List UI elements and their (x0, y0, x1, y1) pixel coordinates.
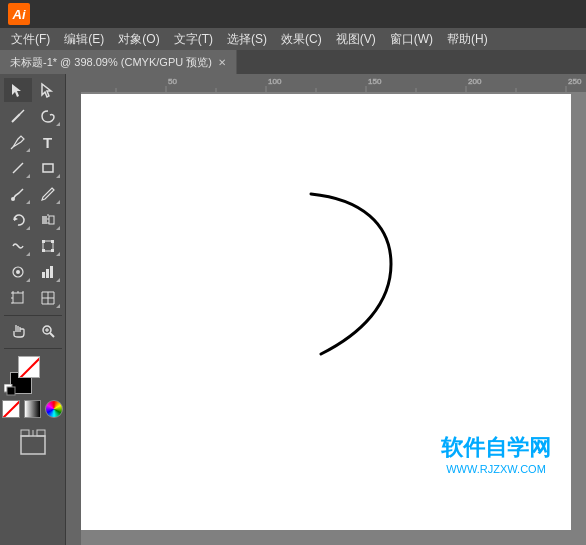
main-area: T (0, 74, 586, 545)
color-mode-button[interactable] (24, 400, 42, 418)
svg-line-4 (22, 110, 24, 112)
gradient-mode-button[interactable] (45, 400, 63, 418)
magic-wand-tool[interactable] (4, 104, 32, 128)
menu-item-t[interactable]: 文字(T) (167, 29, 220, 50)
watermark: 软件自学网 WWW.RJZXW.COM (441, 433, 551, 475)
svg-text:200: 200 (468, 77, 482, 86)
menu-item-w[interactable]: 窗口(W) (383, 29, 440, 50)
pen-tool[interactable] (4, 130, 32, 154)
text-tool[interactable]: T (34, 130, 62, 154)
paintbrush-tool[interactable] (4, 182, 32, 206)
svg-point-19 (16, 270, 20, 274)
direct-selection-tool[interactable] (34, 78, 62, 102)
svg-line-2 (12, 114, 20, 122)
menu-item-v[interactable]: 视图(V) (329, 29, 383, 50)
menu-item-h[interactable]: 帮助(H) (440, 29, 495, 50)
menu-item-e[interactable]: 编辑(E) (57, 29, 111, 50)
ai-logo-text: Ai (13, 7, 26, 22)
svg-line-40 (3, 400, 19, 418)
menu-item-o[interactable]: 对象(O) (111, 29, 166, 50)
svg-line-37 (19, 357, 40, 378)
svg-marker-9 (14, 217, 18, 221)
rotate-tool[interactable] (4, 208, 32, 232)
svg-rect-63 (66, 74, 81, 545)
watermark-sub-text: WWW.RJZXW.COM (441, 463, 551, 475)
svg-rect-45 (66, 74, 586, 92)
svg-rect-22 (50, 266, 53, 278)
svg-rect-16 (42, 249, 45, 252)
toolbar: T (0, 74, 66, 545)
tab-close-button[interactable]: ✕ (218, 57, 226, 68)
svg-rect-42 (21, 430, 29, 436)
tool-row-5 (2, 182, 63, 206)
svg-text:150: 150 (368, 77, 382, 86)
default-colors-icon[interactable] (4, 384, 16, 396)
svg-rect-10 (42, 216, 47, 224)
canvas-area: 0 50 100 150 200 250 (66, 74, 586, 545)
svg-rect-7 (43, 164, 53, 172)
color-swatch-area (4, 354, 62, 396)
fill-color-swatch[interactable] (18, 356, 40, 378)
svg-rect-17 (51, 249, 54, 252)
watermark-main-text: 软件自学网 (441, 433, 551, 463)
tool-row-1 (2, 78, 63, 102)
artboard-tool[interactable] (4, 286, 32, 310)
tool-row-8 (2, 260, 63, 284)
svg-line-6 (13, 163, 23, 173)
menu-item-f[interactable]: 文件(F) (4, 29, 57, 50)
ruler-horizontal: 0 50 100 150 200 250 (66, 74, 586, 92)
svg-rect-23 (13, 293, 23, 303)
tool-separator (4, 315, 62, 316)
svg-point-8 (11, 197, 15, 201)
tool-row-6 (2, 208, 63, 232)
graph-tool[interactable] (34, 260, 62, 284)
warp-tool[interactable] (4, 234, 32, 258)
svg-rect-43 (37, 430, 45, 436)
svg-rect-39 (7, 387, 15, 395)
menu-item-s[interactable]: 选择(S) (220, 29, 274, 50)
svg-text:50: 50 (168, 77, 177, 86)
reflect-tool[interactable] (34, 208, 62, 232)
app-logo: Ai (8, 3, 30, 25)
svg-line-5 (11, 147, 13, 149)
svg-line-34 (50, 333, 54, 337)
pencil-tool[interactable] (34, 182, 62, 206)
tool-row-9 (2, 286, 63, 310)
svg-marker-0 (12, 84, 21, 97)
svg-rect-15 (51, 240, 54, 243)
document-tab[interactable]: 未标题-1* @ 398.09% (CMYK/GPU 预览) ✕ (0, 50, 237, 74)
svg-marker-1 (42, 84, 51, 97)
symbol-tool[interactable] (4, 260, 32, 284)
tool-row-4 (2, 156, 63, 180)
svg-rect-20 (42, 272, 45, 278)
tool-row-3: T (2, 130, 63, 154)
rectangle-tool[interactable] (34, 156, 62, 180)
color-mode-row (2, 400, 63, 418)
svg-text:250: 250 (568, 77, 582, 86)
document-canvas: 软件自学网 WWW.RJZXW.COM (81, 94, 571, 530)
line-tool[interactable] (4, 156, 32, 180)
tool-row-2 (2, 104, 63, 128)
tool-row-10 (2, 319, 63, 343)
menu-bar: 文件(F)编辑(E)对象(O)文字(T)选择(S)效果(C)视图(V)窗口(W)… (0, 28, 586, 50)
ruler-vertical (66, 74, 81, 545)
svg-rect-21 (46, 269, 49, 278)
zoom-tool[interactable] (34, 319, 62, 343)
svg-text:100: 100 (268, 77, 282, 86)
free-transform-tool[interactable] (34, 234, 62, 258)
fill-none-button[interactable] (2, 400, 20, 418)
hand-tool[interactable] (4, 319, 32, 343)
title-bar: Ai (0, 0, 586, 28)
tab-label: 未标题-1* @ 398.09% (CMYK/GPU 预览) (10, 55, 212, 70)
svg-rect-41 (21, 436, 45, 454)
tool-row-7 (2, 234, 63, 258)
svg-rect-14 (42, 240, 45, 243)
tab-bar: 未标题-1* @ 398.09% (CMYK/GPU 预览) ✕ (0, 50, 586, 74)
tool-separator-2 (4, 348, 62, 349)
lasso-tool[interactable] (34, 104, 62, 128)
artboard-panel-icon (2, 426, 63, 458)
svg-rect-11 (49, 216, 54, 224)
selection-tool[interactable] (4, 78, 32, 102)
menu-item-c[interactable]: 效果(C) (274, 29, 329, 50)
slice-tool[interactable] (34, 286, 62, 310)
